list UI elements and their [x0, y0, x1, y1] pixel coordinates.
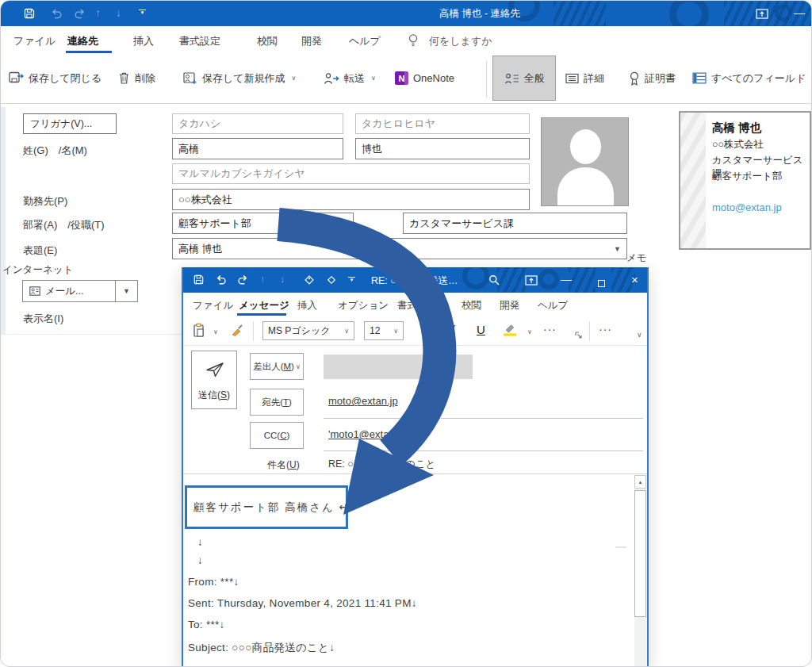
all-fields-button[interactable]: すべてのフィールド — [692, 56, 806, 101]
onenote-button[interactable]: N OneNote — [395, 56, 454, 101]
popout-icon[interactable] — [525, 274, 538, 286]
move-up-icon[interactable]: ↑ — [95, 6, 101, 19]
onenote-icon: N — [395, 71, 408, 85]
bold-button[interactable]: B — [421, 323, 430, 336]
tab-insert[interactable]: 挿入 — [133, 34, 154, 48]
scrollbar[interactable]: ▲ — [634, 475, 646, 667]
furigana-firstname-field[interactable]: タカヒロヒロヤ — [355, 113, 530, 134]
dialog-launcher-icon[interactable] — [575, 332, 582, 339]
furigana-button[interactable]: フリガナ(V)... — [23, 113, 117, 134]
lastname-field[interactable]: 高橋 — [172, 138, 343, 159]
highlighter-icon[interactable] — [503, 322, 517, 336]
scroll-up-button[interactable]: ▲ — [634, 475, 646, 489]
customize-caret-icon[interactable]: ▼ — [348, 277, 355, 283]
tab-message[interactable]: メッセージ — [239, 299, 289, 312]
certificate-button[interactable]: 証明書 — [629, 56, 676, 101]
format-painter-icon[interactable] — [231, 324, 244, 337]
tab-format[interactable]: 書式設定 — [397, 299, 437, 312]
tab-review[interactable]: 校閲 — [462, 299, 481, 312]
from-button[interactable]: 差出人(M) ∨ — [250, 353, 304, 380]
categorize-tag-icon[interactable] — [304, 274, 315, 286]
tab-review[interactable]: 校閲 — [257, 34, 278, 48]
subject-value[interactable]: RE: ○○○商品発送のこと — [328, 458, 435, 471]
tab-developer[interactable]: 開発 — [301, 34, 322, 48]
contact-photo[interactable] — [541, 117, 629, 206]
email-type-dropdown[interactable]: ▼ — [115, 281, 137, 301]
general-button[interactable]: 全般 — [492, 56, 556, 101]
company-furigana-field[interactable]: マルマルカブシキガイシヤ — [172, 163, 530, 184]
card-email-link[interactable]: moto@extan.jp — [712, 201, 782, 213]
underline-button[interactable]: U — [477, 323, 485, 336]
send-button[interactable]: 送信(S) — [191, 351, 237, 409]
save-icon[interactable] — [193, 274, 205, 286]
details-button[interactable]: 詳細 — [565, 56, 604, 101]
tell-me-search[interactable]: 何をしますか — [429, 34, 492, 48]
maximize-icon[interactable] — [598, 276, 605, 290]
person-list-icon — [504, 73, 520, 84]
delete-button[interactable]: 削除 — [118, 56, 155, 101]
email-type-button[interactable]: メール... ▼ — [22, 280, 138, 302]
close-icon[interactable]: × — [631, 274, 638, 286]
save-close-button[interactable]: 保存して閉じる — [9, 56, 102, 101]
titlebar-decoration — [569, 267, 596, 293]
all-fields-label: すべてのフィールド — [711, 71, 806, 86]
move-down-icon[interactable]: ↓ — [280, 273, 285, 285]
paste-caret-icon[interactable]: ∨ — [213, 328, 218, 335]
furigana-lastname-field[interactable]: タカハシ — [172, 113, 343, 134]
undo-icon[interactable] — [215, 274, 227, 286]
forward-person-icon — [324, 72, 339, 85]
scrollbar-thumb[interactable] — [634, 490, 646, 617]
department-field[interactable]: 顧客サポート部 — [172, 213, 354, 234]
tab-file[interactable]: ファイル — [13, 34, 56, 48]
move-up-icon[interactable]: ↑ — [260, 273, 266, 285]
undo-icon[interactable] — [50, 7, 63, 20]
redo-icon[interactable] — [237, 274, 249, 286]
customize-caret-icon[interactable]: ▼ — [139, 10, 146, 16]
search-icon[interactable] — [488, 274, 500, 286]
font-name-value: MS Pゴシック — [268, 324, 330, 338]
more-commands[interactable]: ··· — [543, 323, 557, 335]
tab-help[interactable]: ヘルプ — [349, 34, 381, 48]
mail-body[interactable]: 顧客サポート部 高橋さん ↵ ↓ ↓ From: ***↓ Sent: Thur… — [183, 475, 647, 667]
minimize-icon[interactable]: — — [561, 274, 572, 285]
tab-help[interactable]: ヘルプ — [538, 299, 568, 312]
save-icon[interactable] — [23, 7, 36, 20]
forward-button[interactable]: 転送 ∨ — [324, 56, 376, 101]
chevron-down-icon: ∨ — [344, 328, 349, 335]
card-line3: 顧客サポート部 — [712, 170, 782, 183]
firstname-field[interactable]: 博也 — [355, 138, 530, 159]
tab-format[interactable]: 書式設定 — [179, 34, 220, 48]
form-bottom-edge — [1, 334, 182, 335]
tab-insert[interactable]: 挿入 — [297, 299, 317, 312]
file-as-field[interactable]: 高橋 博也 ▼ — [172, 238, 627, 259]
to-value[interactable]: moto@extan.jp — [328, 395, 398, 407]
tab-options[interactable]: オプション — [338, 299, 389, 312]
popout-icon[interactable] — [756, 8, 768, 19]
font-size-select[interactable]: 12 ∨ — [364, 321, 404, 340]
to-button[interactable]: 宛先(T) — [250, 389, 304, 416]
chevron-down-icon[interactable]: ▼ — [614, 245, 621, 253]
save-new-button[interactable]: 保存して新規作成 ∨ — [183, 56, 296, 101]
move-down-icon[interactable]: ↓ — [116, 6, 121, 19]
minimize-icon[interactable]: — — [794, 7, 805, 18]
tab-developer[interactable]: 開発 — [500, 299, 519, 312]
font-name-select[interactable]: MS Pゴシック ∨ — [262, 321, 354, 340]
italic-button[interactable]: I — [451, 323, 455, 336]
company-field[interactable]: ○○株式会社 — [172, 189, 530, 210]
cc-button[interactable]: CC(C) — [250, 422, 304, 449]
more-commands[interactable]: ··· — [599, 323, 612, 335]
screenshot-root: ↑ ↓ ▼ 高橋 博也 - 連絡先 — ファイル 連絡先 挿入 書式設定 校閲 … — [0, 0, 812, 667]
flag-diamond-icon[interactable] — [326, 274, 337, 286]
card-company: ○○株式会社 — [712, 138, 764, 151]
tab-file[interactable]: ファイル — [193, 299, 233, 312]
paste-icon[interactable] — [193, 323, 205, 337]
tab-contact[interactable]: 連絡先 — [67, 34, 98, 48]
cc-value[interactable]: 'moto1@extan.jp' — [328, 428, 408, 440]
role-field[interactable]: カスタマーサービス課 — [403, 213, 627, 234]
redo-icon[interactable] — [74, 7, 86, 20]
body-line: From: ***↓ — [188, 576, 239, 588]
collapse-ribbon-icon[interactable]: ∨ — [637, 331, 642, 339]
highlighter-caret-icon[interactable]: ∨ — [527, 328, 532, 335]
titlebar-decoration — [462, 267, 489, 289]
business-card: 高橋 博也 ○○株式会社 カスタマーサービス課 顧客サポート部 moto@ext… — [679, 111, 811, 250]
